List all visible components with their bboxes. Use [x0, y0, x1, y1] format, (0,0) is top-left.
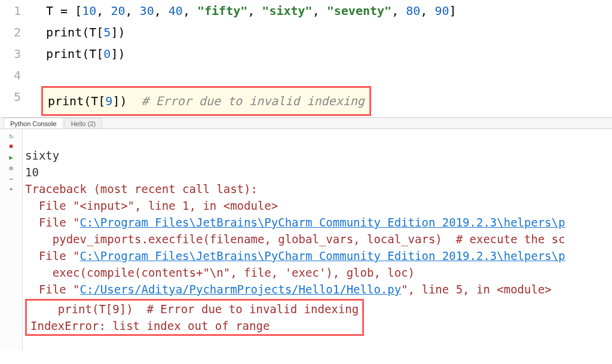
code-editor[interactable]: 1 2 3 4 5 T = [10, 20, 30, 40, "fifty", … — [0, 0, 612, 116]
code-line[interactable]: print(T[5]) — [46, 22, 612, 43]
file-link[interactable]: C:\Program Files\JetBrains\PyCharm Commu… — [80, 249, 565, 262]
stop-icon[interactable]: ■ — [7, 142, 16, 151]
error-highlight-box: print(T[9]) # Error due to invalid index… — [25, 299, 364, 336]
line-number: 1 — [0, 0, 21, 22]
console-panel: ↻ ■ ▶ ⚙ ⋯ + sixty 10 Traceback (most rec… — [0, 129, 612, 350]
line-number: 4 — [0, 65, 21, 86]
settings-icon[interactable]: ⚙ — [7, 164, 16, 172]
console-output[interactable]: sixty 10 Traceback (most recent call las… — [23, 129, 612, 350]
file-link[interactable]: C:\Program Files\JetBrains\PyCharm Commu… — [80, 216, 565, 229]
line-number-gutter: 1 2 3 4 5 — [0, 0, 33, 116]
traceback-error-source: print(T[9]) # Error due to invalid index… — [30, 302, 359, 316]
file-link[interactable]: C:/Users/Aditya/PycharmProjects/Hello1/H… — [80, 283, 402, 296]
highlighted-error-line[interactable]: print(T[9]) # Error due to invalid index… — [46, 86, 612, 116]
tab-python-console[interactable]: Python Console — [4, 118, 63, 129]
stdout-line: 10 — [25, 166, 39, 179]
traceback-error-message: IndexError: list index out of range — [30, 319, 270, 332]
traceback-line: File "C:\Program Files\JetBrains\PyCharm… — [25, 249, 565, 262]
console-toolbar: ↻ ■ ▶ ⚙ ⋯ + — [0, 129, 23, 350]
traceback-line: File "<input>", line 1, in <module> — [25, 199, 278, 212]
traceback-header: Traceback (most recent call last): — [25, 182, 258, 195]
code-line[interactable]: print(T[0]) — [46, 43, 612, 65]
line-number: 3 — [0, 43, 21, 65]
traceback-line: File "C:\Program Files\JetBrains\PyCharm… — [25, 216, 565, 229]
play-icon[interactable]: ▶ — [7, 153, 16, 161]
code-line[interactable]: T = [10, 20, 30, 40, "fifty", "sixty", "… — [46, 0, 612, 22]
rerun-icon[interactable]: ↻ — [7, 131, 16, 140]
code-line[interactable] — [46, 65, 612, 86]
stdout-line: sixty — [25, 149, 59, 162]
line-number: 5 — [0, 86, 21, 108]
code-area[interactable]: T = [10, 20, 30, 40, "fifty", "sixty", "… — [33, 0, 612, 116]
traceback-line: File "C:/Users/Aditya/PycharmProjects/He… — [25, 283, 552, 296]
traceback-line: pydev_imports.execfile(filename, global_… — [25, 233, 565, 246]
line-number: 2 — [0, 22, 21, 43]
traceback-line: exec(compile(contents+"\n", file, 'exec'… — [25, 266, 415, 279]
tab-hello[interactable]: Hello (2) — [65, 118, 103, 129]
console-tabs: Python Console Hello (2) — [0, 117, 612, 129]
more-icon[interactable]: ⋯ — [7, 175, 16, 183]
add-icon[interactable]: + — [7, 185, 16, 194]
